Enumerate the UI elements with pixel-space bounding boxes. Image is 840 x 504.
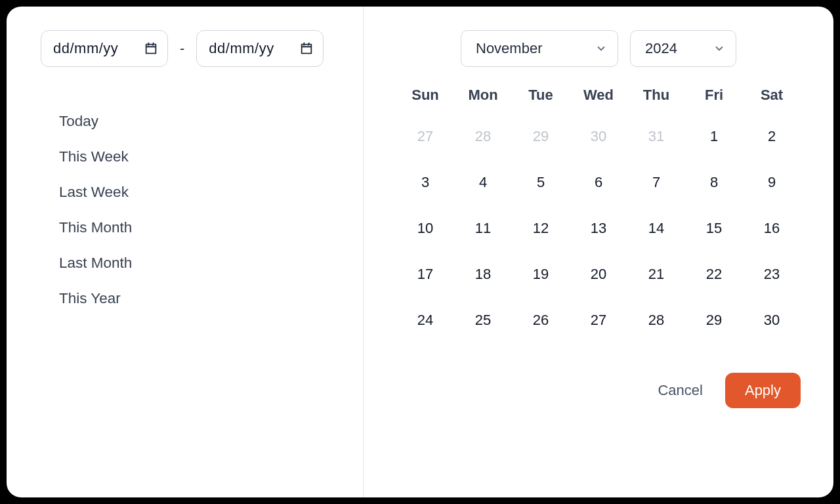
calendar-day[interactable]: 22 (685, 256, 743, 293)
calendar-day[interactable]: 28 (627, 302, 685, 339)
cancel-button[interactable]: Cancel (658, 382, 702, 399)
calendar-week-row: 3456789 (396, 164, 801, 201)
to-date-input[interactable]: dd/mm/yy (196, 30, 324, 67)
weekday-label: Tue (512, 81, 570, 109)
weekday-label: Sat (743, 81, 801, 109)
calendar-day[interactable]: 9 (743, 164, 801, 201)
calendar-day[interactable]: 4 (454, 164, 512, 201)
month-select[interactable]: November (461, 30, 618, 67)
calendar-day[interactable]: 19 (512, 256, 570, 293)
year-select-label: 2024 (645, 40, 677, 57)
weekday-label: Wed (570, 81, 627, 109)
preset-this-week[interactable]: This Week (59, 148, 129, 165)
month-select-label: November (476, 40, 542, 57)
calendar-day[interactable]: 27 (396, 118, 454, 155)
calendar-day[interactable]: 3 (396, 164, 454, 201)
calendar-grid: 2728293031123456789101112131415161718192… (396, 118, 801, 339)
apply-button[interactable]: Apply (725, 373, 801, 408)
date-inputs-row: dd/mm/yy - dd/mm/yy (41, 30, 329, 67)
calendar-day[interactable]: 7 (627, 164, 685, 201)
calendar-week-row: 17181920212223 (396, 256, 801, 293)
year-select[interactable]: 2024 (630, 30, 736, 67)
month-year-selectors: November 2024 (396, 30, 801, 67)
calendar-day[interactable]: 12 (512, 210, 570, 247)
weekday-label: Sun (396, 81, 454, 109)
calendar-day[interactable]: 24 (396, 302, 454, 339)
calendar-day[interactable]: 25 (454, 302, 512, 339)
calendar-week-row: 10111213141516 (396, 210, 801, 247)
calendar-icon (299, 41, 314, 56)
calendar-day[interactable]: 26 (512, 302, 570, 339)
calendar-day[interactable]: 29 (512, 118, 570, 155)
calendar-day[interactable]: 6 (570, 164, 627, 201)
calendar-day[interactable]: 2 (743, 118, 801, 155)
chevron-down-icon (595, 43, 607, 54)
weekday-header: Sun Mon Tue Wed Thu Fri Sat (396, 81, 801, 109)
preset-today[interactable]: Today (59, 113, 98, 130)
calendar-day[interactable]: 28 (454, 118, 512, 155)
chevron-down-icon (713, 43, 725, 54)
calendar-day[interactable]: 31 (627, 118, 685, 155)
calendar-icon (144, 41, 158, 56)
footer-actions: Cancel Apply (396, 373, 801, 408)
to-date-placeholder: dd/mm/yy (209, 40, 299, 57)
calendar-day[interactable]: 17 (396, 256, 454, 293)
calendar-day[interactable]: 30 (743, 302, 801, 339)
preset-this-year[interactable]: This Year (59, 290, 121, 307)
calendar-day[interactable]: 16 (743, 210, 801, 247)
date-separator: - (180, 40, 184, 57)
weekday-label: Fri (685, 81, 743, 109)
preset-last-week[interactable]: Last Week (59, 184, 129, 201)
calendar-day[interactable]: 10 (396, 210, 454, 247)
calendar-day[interactable]: 14 (627, 210, 685, 247)
calendar-week-row: 272829303112 (396, 118, 801, 155)
calendar-day[interactable]: 11 (454, 210, 512, 247)
date-range-picker: dd/mm/yy - dd/mm/yy Today This Week Last… (7, 7, 833, 497)
right-panel: November 2024 Sun Mon Tue Wed Thu Fri Sa… (364, 7, 833, 497)
calendar-day[interactable]: 21 (627, 256, 685, 293)
calendar-day[interactable]: 18 (454, 256, 512, 293)
from-date-input[interactable]: dd/mm/yy (41, 30, 168, 67)
calendar-day[interactable]: 15 (685, 210, 743, 247)
calendar-day[interactable]: 1 (685, 118, 743, 155)
left-panel: dd/mm/yy - dd/mm/yy Today This Week Last… (7, 7, 364, 497)
calendar-day[interactable]: 23 (743, 256, 801, 293)
weekday-label: Thu (627, 81, 685, 109)
calendar-day[interactable]: 27 (570, 302, 627, 339)
calendar-day[interactable]: 20 (570, 256, 627, 293)
calendar-day[interactable]: 29 (685, 302, 743, 339)
calendar-day[interactable]: 5 (512, 164, 570, 201)
preset-list: Today This Week Last Week This Month Las… (41, 113, 329, 307)
calendar-day[interactable]: 8 (685, 164, 743, 201)
weekday-label: Mon (454, 81, 512, 109)
preset-this-month[interactable]: This Month (59, 219, 132, 236)
calendar-week-row: 24252627282930 (396, 302, 801, 339)
calendar-day[interactable]: 30 (570, 118, 627, 155)
preset-last-month[interactable]: Last Month (59, 255, 132, 272)
calendar-day[interactable]: 13 (570, 210, 627, 247)
from-date-placeholder: dd/mm/yy (53, 40, 144, 57)
